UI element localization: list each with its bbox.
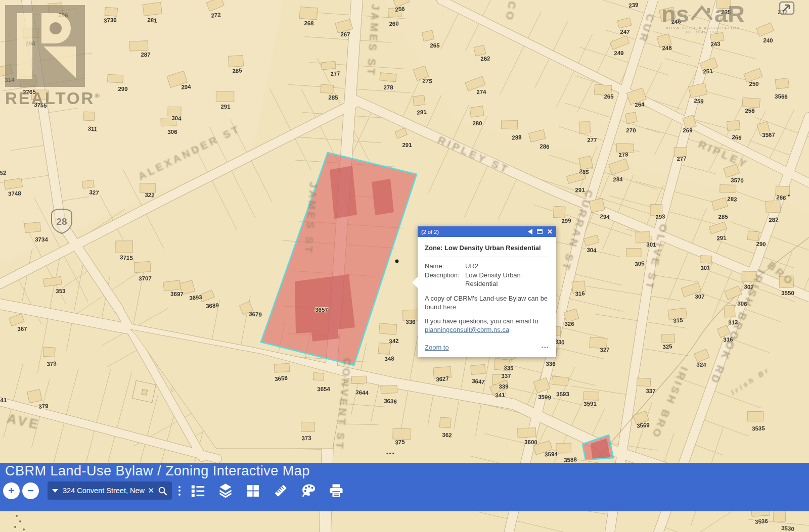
parcel-label: 275 <box>422 77 433 84</box>
search-input[interactable] <box>63 487 146 495</box>
parcel-label: 3567 <box>762 132 775 138</box>
parcel-label: 259 <box>694 98 704 105</box>
parcel-label: 285 <box>579 168 590 175</box>
parcel-label: 250 <box>749 81 758 87</box>
parcel-label: 291 <box>716 234 727 241</box>
parcel-label: 264 <box>635 101 645 108</box>
palette-icon <box>301 483 316 498</box>
parcel-label: 3636 <box>384 398 397 405</box>
parcel-label: 288 <box>512 134 522 141</box>
parcel-label: 3693 <box>189 294 203 301</box>
parcel-label: 262 <box>480 56 490 62</box>
layers-button[interactable] <box>218 483 233 498</box>
parcel-label: 294 <box>25 40 35 47</box>
parcel-label: 314 <box>5 77 15 83</box>
ruler-icon <box>273 483 288 498</box>
field-label: Description: <box>425 271 465 288</box>
parcel-label: 291 <box>402 142 412 148</box>
parcel-label: 3550 <box>781 290 794 296</box>
search-icon <box>158 486 167 496</box>
print-button[interactable] <box>329 483 344 498</box>
search-source-dropdown-icon[interactable] <box>52 489 58 493</box>
parcel-label: 336 <box>546 361 555 367</box>
parcel-label: 3644 <box>355 389 369 396</box>
parcel-label: 240 <box>763 37 773 44</box>
parcel-label: 3530 <box>781 525 795 532</box>
parcel-label: 287 <box>141 52 150 58</box>
draw-button[interactable] <box>301 483 316 498</box>
parcel-label: 3734 <box>35 236 48 243</box>
close-popup-button[interactable]: ✕ <box>547 228 553 235</box>
parcel-label: 3748 <box>8 190 22 197</box>
parcel-label: 285 <box>718 214 728 220</box>
parcel-label: 342 <box>389 337 399 345</box>
parcel-label: 373 <box>47 360 57 367</box>
zoom-in-button[interactable]: + <box>3 482 20 499</box>
popup-more-options[interactable]: ••• <box>542 344 549 351</box>
toolbar: + − ✕ <box>3 481 344 500</box>
popup-body: Zone: Low Density Urban Residential Name… <box>418 237 556 357</box>
parcel-label: 280 <box>472 120 482 126</box>
tool-buttons <box>191 483 344 498</box>
parcel-label: 3657 <box>315 307 328 313</box>
parcel-label: 251 <box>703 68 713 74</box>
measure-button[interactable] <box>273 483 288 498</box>
bylaw-paragraph: A copy of CBRM's Land-use Bylaw can be f… <box>425 294 549 311</box>
zoom-to-link[interactable]: Zoom to <box>425 343 449 352</box>
parcel-label: 248 <box>662 44 672 51</box>
parcel-label: 286 <box>540 143 550 150</box>
parcel-label: 3755 <box>34 102 48 109</box>
clear-search-button[interactable]: ✕ <box>146 486 156 495</box>
zoom-out-button[interactable]: − <box>22 482 39 499</box>
basemap-button[interactable] <box>246 483 260 498</box>
search-box[interactable]: ✕ <box>48 481 172 500</box>
field-value: Low Density Urban Residential <box>465 271 549 288</box>
parcel-label: 367 <box>17 326 27 332</box>
parcel-label: 293 <box>655 213 665 220</box>
parcel-label: 322 <box>145 191 155 198</box>
parcel-label: 290 <box>756 241 766 248</box>
parcel-label: 304 <box>587 247 597 253</box>
parcel-label: 3765 <box>23 89 36 95</box>
parcel-label: 327 <box>89 189 99 196</box>
parcel-label: 268 <box>304 20 314 27</box>
field-row-description: Description: Low Density Urban Residenti… <box>425 271 549 288</box>
parcel-label: 3600 <box>524 439 537 446</box>
parcel-label: 285 <box>328 94 338 101</box>
parcel-label: 272 <box>211 12 221 19</box>
parcel-label: 256 <box>395 6 405 13</box>
popup-divider <box>425 257 549 257</box>
parcel-label: 269 <box>683 127 692 133</box>
parcel-label: 305 <box>635 260 645 267</box>
parcel-label: 281 <box>417 109 427 116</box>
legend-button[interactable] <box>191 483 205 498</box>
parcel-label: 249 <box>614 50 624 57</box>
parcel-label: 336 <box>406 319 415 325</box>
parcel-label: 335 <box>504 364 514 371</box>
parcel-label: 265 <box>604 93 614 100</box>
parcel-label: 3569 <box>637 422 650 428</box>
maximize-button[interactable] <box>537 229 543 234</box>
parcel-label: 278 <box>383 84 393 90</box>
search-button[interactable] <box>156 486 167 496</box>
popup-callout-arrow <box>412 277 418 288</box>
planning-email-link[interactable]: planningconsult@cbrm.ns.ca <box>425 326 509 333</box>
layers-icon <box>218 483 233 498</box>
parcel-label: 3570 <box>731 177 744 184</box>
more-tools-kebab-icon[interactable] <box>178 486 181 496</box>
attribution-expander[interactable]: ••• <box>386 450 395 456</box>
parcel-label: 270 <box>626 127 636 133</box>
zone-info-popup: (2 of 2) ✕ Zone: Low Density Urban Resid… <box>418 226 556 357</box>
parcel-label: 299 <box>118 86 127 92</box>
contact-paragraph: If you have questions, you can email to … <box>425 317 549 334</box>
footer-bar: CBRM Land-Use Bylaw / Zoning Interactive… <box>0 463 809 511</box>
parcel-label: 267 <box>340 31 350 38</box>
map-canvas[interactable]: 2828629431437653755373628128727229929429… <box>0 0 809 532</box>
basemap-grid-icon <box>246 483 260 498</box>
parcel-label: 52 <box>0 170 7 176</box>
field-label: Name: <box>425 262 465 270</box>
parcel-label: 315 <box>673 317 684 323</box>
bylaw-here-link[interactable]: here <box>443 303 456 311</box>
previous-feature-button[interactable] <box>528 229 532 234</box>
cursor-arrow-icon <box>779 1 795 18</box>
